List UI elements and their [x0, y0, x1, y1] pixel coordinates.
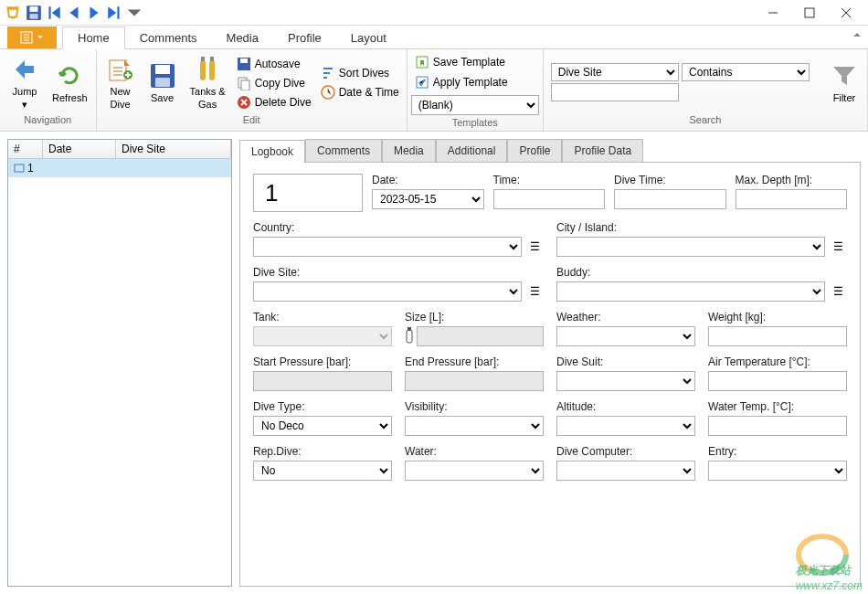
city-field[interactable] — [556, 237, 825, 257]
form-tab-additional[interactable]: Additional — [436, 139, 508, 162]
form-body: 1 Date:2023-05-15 Time: Dive Time: Max. … — [239, 163, 861, 587]
search-op-select[interactable]: Contains — [682, 63, 810, 81]
list-icon[interactable]: ☰ — [525, 281, 544, 302]
water-field[interactable] — [405, 461, 544, 481]
minimize-button[interactable] — [755, 2, 791, 24]
country-label: Country: — [253, 221, 544, 234]
date-time-button[interactable]: Date & Time — [317, 83, 403, 101]
close-button[interactable] — [828, 2, 864, 24]
tab-comments[interactable]: Comments — [125, 27, 212, 48]
qat-dropdown-icon[interactable] — [126, 5, 143, 21]
ribbon-group-edit: New Dive Save Tanks & Gas Autosave Copy … — [97, 49, 408, 131]
svg-rect-5 — [110, 60, 126, 80]
altitude-label: Altitude: — [556, 400, 695, 413]
refresh-button[interactable]: Refresh — [48, 59, 91, 106]
dive-time-field[interactable] — [614, 189, 726, 209]
svg-rect-9 — [155, 78, 170, 87]
form-tab-logbook[interactable]: Logbook — [239, 140, 305, 163]
form-tab-media[interactable]: Media — [382, 139, 436, 162]
save-button[interactable]: Save — [143, 59, 183, 106]
grid-row[interactable]: 1 — [8, 159, 231, 177]
visibility-field[interactable] — [405, 416, 544, 436]
grid-col-num[interactable]: # — [8, 140, 43, 158]
form-tabs: Logbook Comments Media Additional Profil… — [239, 139, 861, 163]
save-template-button[interactable]: Save Template — [411, 53, 509, 71]
city-label: City / Island: — [556, 221, 847, 234]
new-dive-label: New Dive — [111, 86, 131, 110]
svg-rect-1 — [30, 6, 38, 12]
form-tab-profile-data[interactable]: Profile Data — [562, 139, 643, 162]
dive-computer-field[interactable] — [556, 461, 695, 481]
size-field[interactable] — [417, 326, 544, 346]
grid-col-date[interactable]: Date — [43, 140, 116, 158]
entry-field[interactable] — [708, 461, 847, 481]
list-icon[interactable]: ☰ — [829, 281, 847, 302]
jump-button[interactable]: Jump ▾ — [4, 53, 46, 111]
start-pressure-field[interactable] — [253, 371, 392, 391]
dive-grid: # Date Dive Site 1 — [7, 139, 232, 587]
tanks-gas-label: Tanks & Gas — [190, 86, 226, 110]
search-field-select[interactable]: Dive Site — [551, 63, 679, 81]
max-depth-field[interactable] — [736, 189, 848, 209]
list-icon[interactable]: ☰ — [525, 237, 544, 257]
time-field[interactable] — [493, 189, 606, 209]
template-select[interactable]: (Blank) — [411, 95, 539, 115]
copy-dive-button[interactable]: Copy Dive — [233, 74, 315, 92]
air-temp-label: Air Temperature [°C]: — [708, 355, 847, 368]
jump-label: Jump — [13, 86, 37, 97]
grid-col-site[interactable]: Dive Site — [116, 140, 231, 158]
tab-home[interactable]: Home — [62, 27, 125, 49]
form-tab-profile[interactable]: Profile — [507, 139, 562, 162]
weight-field[interactable] — [708, 326, 847, 346]
tab-profile[interactable]: Profile — [273, 27, 336, 48]
dive-type-field[interactable]: No Deco — [253, 416, 392, 436]
form-tab-comments[interactable]: Comments — [305, 139, 382, 162]
weight-label: Weight [kg]: — [708, 311, 847, 324]
delete-dive-button[interactable]: Delete Dive — [233, 93, 315, 111]
buddy-field[interactable] — [556, 281, 825, 302]
rep-dive-field[interactable]: No — [253, 461, 392, 481]
svg-rect-3 — [805, 8, 814, 17]
country-field[interactable] — [253, 237, 522, 257]
form-panel: Logbook Comments Media Additional Profil… — [239, 139, 861, 587]
dive-suit-field[interactable] — [556, 371, 695, 391]
first-icon[interactable] — [46, 5, 62, 21]
date-label: Date: — [372, 174, 484, 186]
ribbon-group-label: Edit — [99, 114, 405, 129]
water-temp-field[interactable] — [708, 416, 847, 436]
apply-template-button[interactable]: Apply Template — [411, 73, 512, 91]
end-pressure-field[interactable] — [405, 371, 544, 391]
list-icon[interactable]: ☰ — [829, 237, 847, 257]
tanks-gas-button[interactable]: Tanks & Gas — [185, 53, 231, 111]
maximize-button[interactable] — [791, 2, 828, 24]
app-icon — [4, 4, 22, 22]
tank-field[interactable] — [253, 326, 392, 346]
collapse-ribbon-icon[interactable] — [852, 29, 863, 43]
filter-button[interactable]: Filter — [825, 59, 863, 106]
search-input[interactable] — [551, 83, 679, 101]
tank-icon — [405, 327, 414, 346]
tab-media[interactable]: Media — [212, 27, 273, 48]
refresh-label: Refresh — [52, 92, 88, 104]
max-depth-label: Max. Depth [m]: — [736, 174, 848, 186]
next-icon[interactable] — [86, 5, 102, 21]
prev-icon[interactable] — [66, 5, 82, 21]
date-field[interactable]: 2023-05-15 — [372, 189, 484, 209]
filter-label: Filter — [833, 92, 855, 104]
weather-field[interactable] — [556, 326, 695, 346]
start-pressure-label: Start Pressure [bar]: — [253, 355, 392, 368]
titlebar — [0, 0, 868, 26]
ribbon-group-label: Navigation — [2, 114, 94, 129]
dive-site-field[interactable] — [253, 281, 522, 302]
altitude-field[interactable] — [556, 416, 695, 436]
ribbon: Jump ▾ Refresh Navigation New Dive Save … — [0, 49, 868, 132]
air-temp-field[interactable] — [708, 371, 847, 391]
save-icon[interactable] — [26, 5, 42, 21]
sort-dives-button[interactable]: Sort Dives — [317, 64, 403, 82]
svg-rect-13 — [210, 57, 214, 61]
last-icon[interactable] — [106, 5, 122, 21]
file-menu-button[interactable] — [7, 27, 57, 48]
tab-layout[interactable]: Layout — [336, 27, 401, 48]
autosave-button[interactable]: Autosave — [233, 55, 315, 73]
new-dive-button[interactable]: New Dive — [101, 53, 141, 111]
